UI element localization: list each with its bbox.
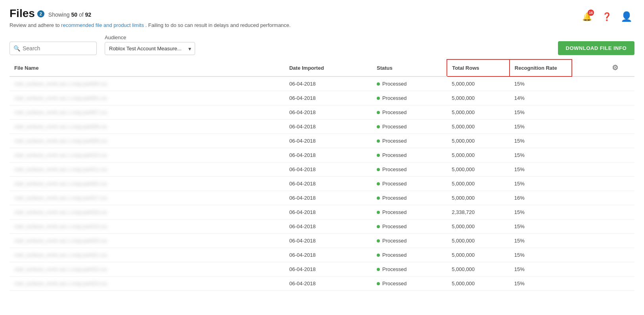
- col-separator-cell: [572, 134, 596, 148]
- col-separator-cell: [572, 262, 596, 277]
- status-label: Processed: [382, 266, 406, 272]
- settings-cell: [596, 262, 634, 277]
- status-dot: [377, 125, 380, 128]
- table-row: mafi_surfaces_mmfc.asc.1.map.part018.csv…: [10, 205, 634, 220]
- status-dot: [377, 268, 380, 271]
- file-name-cell[interactable]: mafi_surfaces_mmfc.asc.1.map.part018.csv: [10, 205, 284, 220]
- total-rows-cell: 5,000,000: [447, 148, 510, 162]
- file-name-cell[interactable]: mafi_surfaces_mmfc.asc.1.map.part001.csv: [10, 91, 284, 105]
- status-cell: Processed: [372, 76, 447, 91]
- settings-cell: [596, 220, 634, 234]
- file-name-cell[interactable]: mafi_surfaces_mmfc.asc.1.map.part008.csv: [10, 120, 284, 134]
- account-icon: 👤: [621, 11, 632, 22]
- advisory-prefix: Review and adhere to: [10, 22, 59, 28]
- col-separator-cell: [572, 248, 596, 262]
- status-cell: Processed: [372, 262, 447, 277]
- settings-cell: [596, 234, 634, 248]
- status-dot: [377, 168, 380, 171]
- file-name-cell[interactable]: mafi_surfaces_mmfc.asc.1.map.part019.csv: [10, 220, 284, 234]
- status-label: Processed: [382, 138, 406, 144]
- col-settings: ⚙: [596, 59, 634, 76]
- file-name-cell[interactable]: mafi_surfaces_mmfc.asc.1.map.part011.csv: [10, 162, 284, 177]
- notification-badge: 2: [37, 10, 44, 17]
- status-cell: Processed: [372, 277, 447, 291]
- date-imported-cell: 06-04-2018: [284, 205, 372, 220]
- status-label: Processed: [382, 152, 406, 158]
- file-name-cell[interactable]: mafi_surfaces_mmfc.asc.1.map.part000.csv: [10, 76, 284, 91]
- status-cell: Processed: [372, 191, 447, 205]
- settings-cell: [596, 248, 634, 262]
- file-name-cell[interactable]: mafi_surfaces_mmfc.asc.1.map.part022.csv: [10, 262, 284, 277]
- recognition-rate-cell: 15%: [510, 220, 572, 234]
- table-row: mafi_surfaces_mmfc.asc.1.map.part023.csv…: [10, 277, 634, 291]
- col-header-status: Status: [372, 59, 447, 76]
- settings-cell: [596, 76, 634, 91]
- table-row: mafi_surfaces_mmfc.asc.1.map.part020.csv…: [10, 234, 634, 248]
- date-imported-cell: 06-04-2018: [284, 177, 372, 191]
- settings-icon[interactable]: ⚙: [612, 64, 618, 72]
- notifications-button[interactable]: 🔔 16: [579, 9, 595, 25]
- date-imported-cell: 06-04-2018: [284, 191, 372, 205]
- file-name-cell[interactable]: mafi_surfaces_mmfc.asc.1.map.part009.csv: [10, 134, 284, 148]
- settings-cell: [596, 91, 634, 105]
- date-imported-cell: 06-04-2018: [284, 105, 372, 120]
- download-file-info-button[interactable]: DOWNLOAD FILE INFO: [558, 41, 634, 55]
- col-header-total-rows: Total Rows: [447, 59, 510, 76]
- table-row: mafi_surfaces_mmfc.asc.1.map.part009.csv…: [10, 134, 634, 148]
- file-name-cell[interactable]: mafi_surfaces_mmfc.asc.1.map.part021.csv: [10, 248, 284, 262]
- status-label: Processed: [382, 238, 406, 244]
- file-name-cell[interactable]: mafi_surfaces_mmfc.asc.1.map.part023.csv: [10, 277, 284, 291]
- audience-group: Audience Roblox Test Account Measure... …: [105, 34, 195, 55]
- col-separator: [572, 59, 596, 76]
- status-dot: [377, 154, 380, 157]
- date-imported-cell: 06-04-2018: [284, 148, 372, 162]
- settings-cell: [596, 134, 634, 148]
- date-imported-cell: 06-04-2018: [284, 248, 372, 262]
- recognition-rate-cell: 15%: [510, 177, 572, 191]
- status-cell: Processed: [372, 205, 447, 220]
- advisory-link[interactable]: recommended file and product limits: [61, 22, 144, 28]
- total-rows-cell: 5,000,000: [447, 234, 510, 248]
- table-row: mafi_surfaces_mmfc.asc.1.map.part019.csv…: [10, 220, 634, 234]
- status-dot: [377, 282, 380, 285]
- account-button[interactable]: 👤: [619, 9, 634, 25]
- status-dot: [377, 97, 380, 100]
- settings-cell: [596, 162, 634, 177]
- col-separator-cell: [572, 220, 596, 234]
- status-label: Processed: [382, 281, 406, 286]
- table-body: mafi_surfaces_mmfc.asc.1.map.part000.csv…: [10, 76, 634, 291]
- date-imported-cell: 06-04-2018: [284, 162, 372, 177]
- col-separator-cell: [572, 105, 596, 120]
- col-separator-cell: [572, 191, 596, 205]
- table-header-row: File Name Date Imported Status Total Row…: [10, 59, 634, 76]
- status-cell: Processed: [372, 177, 447, 191]
- status-dot: [377, 111, 380, 114]
- total-rows-cell: 5,000,000: [447, 105, 510, 120]
- recognition-rate-cell: 15%: [510, 148, 572, 162]
- status-dot: [377, 182, 380, 185]
- file-name-cell[interactable]: mafi_surfaces_mmfc.asc.1.map.part002.csv: [10, 177, 284, 191]
- settings-cell: [596, 205, 634, 220]
- files-table: File Name Date Imported Status Total Row…: [10, 59, 634, 291]
- audience-select[interactable]: Roblox Test Account Measure...: [105, 42, 195, 55]
- table-row: mafi_surfaces_mmfc.asc.1.map.part021.csv…: [10, 248, 634, 262]
- file-name-cell[interactable]: mafi_surfaces_mmfc.asc.1.map.part007.csv: [10, 105, 284, 120]
- recognition-rate-cell: 15%: [510, 120, 572, 134]
- settings-cell: [596, 105, 634, 120]
- date-imported-cell: 06-04-2018: [284, 234, 372, 248]
- file-name-cell[interactable]: mafi_surfaces_mmfc.asc.1.map.part017.csv: [10, 191, 284, 205]
- total-rows-cell: 5,000,000: [447, 248, 510, 262]
- col-separator-cell: [572, 162, 596, 177]
- status-dot: [377, 254, 380, 257]
- status-label: Processed: [382, 166, 406, 172]
- file-name-cell[interactable]: mafi_surfaces_mmfc.asc.1.map.part010.csv: [10, 148, 284, 162]
- help-button[interactable]: ❓: [599, 9, 615, 25]
- page-title-row: Files 2 Showing 50 of 92: [10, 7, 291, 20]
- file-name-cell[interactable]: mafi_surfaces_mmfc.asc.1.map.part020.csv: [10, 234, 284, 248]
- settings-cell: [596, 191, 634, 205]
- recognition-rate-cell: 15%: [510, 134, 572, 148]
- date-imported-cell: 06-04-2018: [284, 91, 372, 105]
- settings-cell: [596, 148, 634, 162]
- search-input[interactable]: [10, 42, 97, 55]
- table-row: mafi_surfaces_mmfc.asc.1.map.part010.csv…: [10, 148, 634, 162]
